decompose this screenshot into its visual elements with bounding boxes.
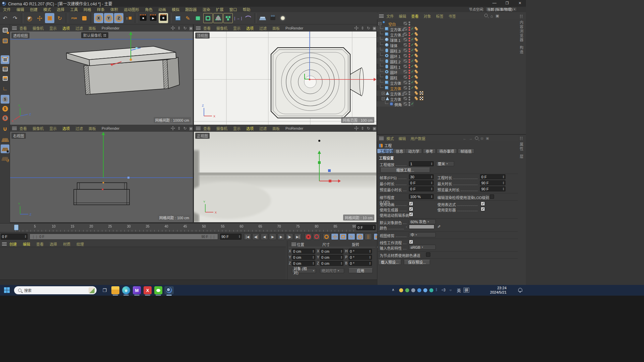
live-selection-icon[interactable]: ◎◤ — [25, 13, 34, 23]
mat-menu-texture[interactable]: 纹理 — [76, 241, 84, 247]
dolly-view-icon[interactable]: ⇕ — [176, 126, 181, 131]
tab-structure[interactable]: 构造 — [519, 46, 524, 54]
file-explorer-icon[interactable] — [111, 286, 119, 294]
om-menu-edit[interactable]: 编辑 — [399, 13, 406, 19]
object-row[interactable]: 圆柱 ✓ — [377, 74, 518, 80]
menu-volume[interactable]: 体积 — [110, 7, 118, 12]
phong-tag-icon[interactable] — [415, 32, 417, 35]
eyedropper-icon[interactable]: ✎ — [436, 225, 441, 228]
menu-file[interactable]: 文件 — [3, 7, 11, 12]
menu-animate[interactable]: 动画 — [158, 7, 166, 12]
menu-select[interactable]: 选择 — [57, 7, 64, 12]
vp-menu-display[interactable]: 显示 — [49, 126, 57, 131]
vp-menu-prorender[interactable]: ProRender — [102, 126, 119, 130]
model-mode-icon[interactable] — [1, 37, 9, 45]
bend-deformer-icon[interactable]: ⌒ — [244, 13, 253, 23]
om-menu-object[interactable]: 对象 — [424, 13, 431, 19]
enabled-check-icon[interactable]: ✓ — [411, 48, 414, 52]
menu-mesh[interactable]: 网格 — [84, 7, 91, 12]
use-expressions-checkbox[interactable] — [481, 201, 485, 206]
layer-icon[interactable] — [404, 92, 407, 95]
enabled-check-icon[interactable]: ✓ — [411, 80, 414, 84]
vp-menu-options[interactable]: 选项 — [62, 25, 70, 31]
object-row[interactable]: 圆环.1 ✓ — [377, 53, 518, 58]
tab-info[interactable]: 信息 — [393, 148, 406, 154]
workplane-lock-icon[interactable] — [1, 144, 9, 153]
use-deformers-checkbox[interactable] — [481, 207, 485, 211]
vp-menu-camera[interactable]: 摄像机 — [216, 25, 227, 31]
object-row[interactable]: − 立方体 — [377, 96, 518, 101]
x-axis-lock-icon[interactable]: X — [94, 13, 103, 23]
layer-icon[interactable] — [404, 38, 407, 41]
enabled-check-icon[interactable]: ✓ — [411, 53, 414, 58]
keyframe-selection-icon[interactable] — [323, 233, 330, 240]
project-scale-field[interactable]: 1▲▼ — [409, 161, 434, 166]
floor-icon[interactable] — [258, 13, 267, 23]
vp-menu-view[interactable]: 查看 — [203, 25, 211, 31]
position-y-field[interactable]: 0 cm▲▼ — [292, 255, 315, 260]
object-row[interactable]: 立方体 ✓ — [377, 80, 518, 85]
snap-enable-icon[interactable]: S — [1, 95, 9, 104]
axis-mode-icon[interactable]: ∟ — [1, 84, 9, 93]
close-button[interactable]: × — [514, 0, 526, 7]
hamburger-icon[interactable] — [196, 127, 201, 130]
lod-render-checkbox[interactable] — [490, 194, 494, 199]
expand-arrow[interactable]: › — [377, 245, 378, 249]
object-row[interactable]: 立方体 ✓ — [377, 85, 518, 90]
spline-joint-icon[interactable]: ❘→❘ — [233, 13, 243, 23]
layer-icon[interactable] — [404, 59, 407, 63]
vp-menu-display[interactable]: 显示 — [49, 25, 57, 31]
bluetooth-icon[interactable]: ᛒ — [435, 288, 438, 292]
visibility-dots-icon[interactable] — [409, 54, 410, 58]
object-row[interactable]: 圆柱.1 ✓ — [377, 64, 518, 69]
ruler-frame-field[interactable]: 0 F▲▼ — [356, 225, 376, 230]
layer-icon[interactable] — [404, 70, 407, 73]
points-mode-icon[interactable] — [1, 55, 9, 64]
mat-menu-select[interactable]: 选择 — [50, 241, 57, 247]
scale-unit-dropdown[interactable]: 厘米▾ — [436, 161, 454, 166]
make-editable-icon[interactable]: ◼ — [1, 26, 9, 35]
enabled-check-icon[interactable]: ✓ — [411, 75, 414, 79]
mat-menu-view[interactable]: 查看 — [36, 241, 44, 247]
key-parameter-icon[interactable]: P — [356, 233, 364, 240]
spline-pen-icon[interactable]: ✎ — [183, 13, 193, 23]
rotation-p-field[interactable]: 0 °▲▼ — [348, 255, 372, 260]
input-color-profile-dropdown[interactable]: sRGB▾ — [409, 245, 436, 250]
home-icon[interactable]: ⌂ — [490, 14, 493, 18]
phong-tag-icon[interactable] — [415, 97, 417, 99]
enabled-check-icon[interactable]: ✓ — [411, 26, 414, 31]
expand-arrow[interactable]: › — [377, 233, 378, 236]
vp-menu-filter[interactable]: 过滤 — [75, 25, 83, 31]
lock-icon[interactable]: ◎ — [481, 136, 484, 140]
menu-edit[interactable]: 编辑 — [16, 7, 24, 12]
viewport-right[interactable]: Y Z 右视图 网格间距 : 100 cm — [10, 132, 193, 222]
tab-layers[interactable]: 层 — [519, 155, 524, 159]
default-camera-pill[interactable]: 默认摄像机 — [81, 32, 108, 38]
visibility-dots-icon[interactable] — [409, 32, 410, 36]
visibility-dots-icon[interactable] — [409, 38, 410, 42]
layer-icon[interactable] — [404, 102, 407, 106]
autokeying-icon[interactable] — [313, 233, 320, 240]
am-menu-mode[interactable]: 模式 — [386, 136, 394, 141]
hidden-icons-chevron[interactable]: ∧ — [392, 288, 394, 292]
minimize-button[interactable]: — — [488, 0, 501, 7]
object-name[interactable]: 倒角 — [394, 102, 402, 107]
visibility-dots-icon[interactable] — [409, 102, 410, 106]
size-z-field[interactable]: 0 cm▲▼ — [320, 261, 343, 266]
vp-menu-display[interactable]: 显示 — [233, 126, 240, 131]
next-key-icon[interactable]: |▶ — [286, 233, 293, 240]
phong-tag-icon[interactable] — [415, 80, 417, 83]
tray-icon-wechat[interactable] — [405, 288, 409, 292]
tray-icon-shield[interactable] — [417, 288, 421, 292]
hamburger-icon[interactable] — [12, 26, 17, 30]
linear-workflow-checkbox[interactable] — [409, 240, 413, 244]
tab-todo[interactable]: 待办事项 — [437, 148, 457, 154]
vp-menu-panel[interactable]: 面板 — [272, 25, 280, 31]
enabled-check-icon[interactable]: ✓ — [411, 102, 414, 106]
pan-view-icon[interactable] — [170, 25, 175, 31]
expander-icon[interactable]: − — [382, 97, 385, 100]
tab-attributes[interactable]: 属性 — [519, 142, 524, 151]
tray-icon-onedrive[interactable] — [423, 288, 427, 292]
layer-icon[interactable] — [404, 54, 407, 57]
visibility-dots-icon[interactable] — [409, 59, 410, 63]
